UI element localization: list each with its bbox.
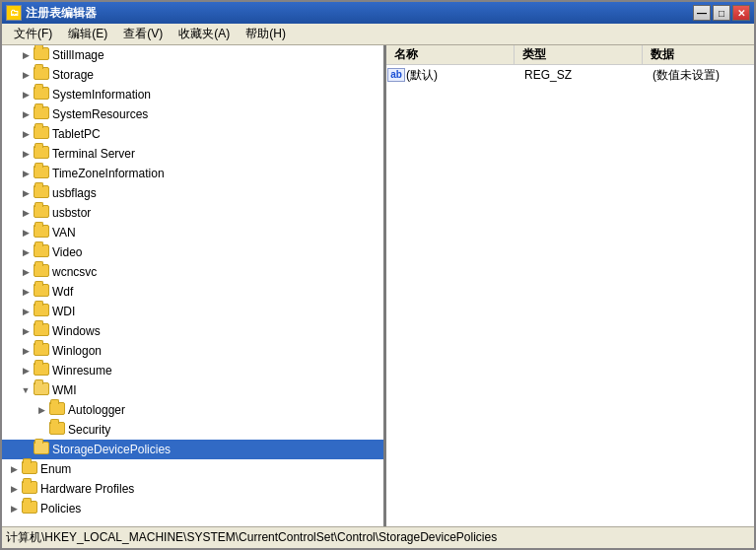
registry-editor-window: 🗂 注册表编辑器 — □ ✕ 文件(F) 编辑(E) 查看(V) 收藏夹(A) …	[0, 0, 756, 550]
tree-item-wdi[interactable]: ▶ WDI	[2, 302, 383, 321]
menu-file[interactable]: 文件(F)	[6, 24, 60, 44]
tree-item-system-resources[interactable]: ▶ SystemResources	[2, 104, 383, 124]
tree-label: StorageDevicePolicies	[52, 443, 171, 456]
tree-label: Winlogon	[52, 344, 102, 358]
expander-icon: ▶	[18, 361, 34, 380]
status-bar: 计算机\HKEY_LOCAL_MACHINE\SYSTEM\CurrentCon…	[2, 526, 754, 548]
col-type: 类型	[515, 45, 643, 65]
reg-type-icon: ab	[386, 65, 406, 85]
tree-label: wcncsvc	[52, 265, 97, 279]
tree-item-windows[interactable]: ▶ Windows	[2, 321, 383, 341]
tree-item-wmi[interactable]: ▼ WMI	[2, 380, 383, 400]
reg-value-name: (默认)	[406, 67, 524, 84]
col-data: 数据	[643, 45, 682, 65]
expander-icon: ▶	[18, 223, 34, 242]
tree-label: Autologger	[68, 403, 125, 417]
registry-row[interactable]: ab (默认) REG_SZ (数值未设置)	[386, 65, 754, 85]
window-title: 注册表编辑器	[26, 5, 97, 22]
tree-item-wdf[interactable]: ▶ Wdf	[2, 282, 383, 302]
expander-icon: ▶	[18, 262, 34, 282]
tree-item-winlogon[interactable]: ▶ Winlogon	[2, 341, 383, 361]
minimize-button[interactable]: —	[693, 5, 711, 21]
folder-icon	[34, 304, 49, 319]
reg-value-data: (数值未设置)	[653, 67, 754, 84]
tree-label: Hardware Profiles	[40, 482, 134, 496]
expander-icon: ▶	[6, 499, 22, 518]
expander-icon: ▶	[18, 282, 34, 302]
folder-icon	[34, 106, 49, 122]
menu-view[interactable]: 查看(V)	[115, 24, 171, 44]
tree-item-storage[interactable]: ▶ Storage	[2, 65, 383, 85]
tree-item-hardware-profiles[interactable]: ▶ Hardware Profiles	[2, 479, 383, 499]
folder-icon	[34, 87, 49, 103]
expander-icon: ▼	[18, 380, 34, 400]
tree-label: Storage	[52, 68, 94, 82]
expander-icon: ▶	[18, 65, 34, 85]
tree-label: WDI	[52, 305, 75, 318]
tree-label: usbstor	[52, 206, 91, 220]
tree-label: Windows	[52, 324, 101, 338]
tree-item-autologger[interactable]: ▶ Autologger	[2, 400, 383, 420]
folder-icon	[34, 67, 49, 83]
title-bar: 🗂 注册表编辑器 — □ ✕	[2, 2, 754, 24]
tree-item-terminal-server[interactable]: ▶ Terminal Server	[2, 144, 383, 164]
tree-item-policies[interactable]: ▶ Policies	[2, 499, 383, 518]
folder-icon	[34, 264, 49, 280]
folder-icon	[34, 166, 49, 181]
folder-icon	[22, 501, 37, 516]
tree-item-winresume[interactable]: ▶ Winresume	[2, 361, 383, 380]
folder-icon	[34, 225, 49, 241]
tree-item-still-image[interactable]: ▶ StillImage	[2, 45, 383, 65]
menu-favorites[interactable]: 收藏夹(A)	[171, 24, 238, 44]
tree-label: Terminal Server	[52, 147, 135, 161]
tree-item-timezone[interactable]: ▶ TimeZoneInformation	[2, 164, 383, 183]
tree-label: TimeZoneInformation	[52, 167, 165, 180]
menu-help[interactable]: 帮助(H)	[238, 24, 294, 44]
close-button[interactable]: ✕	[732, 5, 750, 21]
tree-label: WMI	[52, 383, 77, 397]
folder-icon	[49, 402, 65, 418]
folder-icon	[49, 422, 65, 438]
tree-label: TabletPC	[52, 127, 101, 141]
tree-item-tablet-pc[interactable]: ▶ TabletPC	[2, 124, 383, 144]
folder-icon	[34, 244, 49, 260]
reg-value-type: REG_SZ	[524, 68, 653, 82]
expander-icon: ▶	[18, 203, 34, 223]
menu-bar: 文件(F) 编辑(E) 查看(V) 收藏夹(A) 帮助(H)	[2, 24, 754, 45]
expander-icon: ▶	[18, 242, 34, 262]
expander-icon: ▶	[18, 341, 34, 361]
tree-item-usbflags[interactable]: ▶ usbflags	[2, 183, 383, 203]
tree-item-wcncsvc[interactable]: ▶ wcncsvc	[2, 262, 383, 282]
folder-icon	[34, 363, 49, 378]
expander-icon: ▶	[18, 321, 34, 341]
folder-icon	[34, 284, 49, 300]
maximize-button[interactable]: □	[713, 5, 730, 21]
tree-item-security[interactable]: ▶ Security	[2, 420, 383, 440]
tree-pane: ▶ StillImage ▶ Storage ▶ SystemInformati…	[2, 45, 386, 526]
tree-scroll[interactable]: ▶ StillImage ▶ Storage ▶ SystemInformati…	[2, 45, 383, 526]
expander-icon: ▶	[18, 85, 34, 104]
folder-icon	[34, 185, 49, 201]
expander-icon: ▶	[6, 479, 22, 499]
tree-label: Video	[52, 245, 82, 259]
tree-label: Policies	[40, 502, 81, 516]
tree-item-storage-device-policies[interactable]: ▶ StorageDevicePolicies	[2, 440, 383, 459]
expander-icon: ▶	[18, 183, 34, 203]
tree-item-van[interactable]: ▶ VAN	[2, 223, 383, 242]
tree-item-system-info[interactable]: ▶ SystemInformation	[2, 85, 383, 104]
menu-edit[interactable]: 编辑(E)	[60, 24, 115, 44]
status-path: 计算机\HKEY_LOCAL_MACHINE\SYSTEM\CurrentCon…	[6, 529, 497, 546]
right-scroll[interactable]: ab (默认) REG_SZ (数值未设置)	[386, 65, 754, 526]
tree-item-enum[interactable]: ▶ Enum	[2, 459, 383, 479]
right-pane-header: 名称 类型 数据	[386, 45, 754, 65]
folder-icon	[34, 442, 49, 457]
folder-icon	[22, 481, 37, 497]
expander-icon: ▶	[18, 302, 34, 321]
expander-icon: ▶	[18, 45, 34, 65]
tree-item-video[interactable]: ▶ Video	[2, 242, 383, 262]
folder-icon	[34, 146, 49, 162]
col-name: 名称	[386, 45, 515, 65]
expander-icon: ▶	[18, 144, 34, 164]
folder-icon	[34, 47, 49, 63]
tree-item-usbstor[interactable]: ▶ usbstor	[2, 203, 383, 223]
